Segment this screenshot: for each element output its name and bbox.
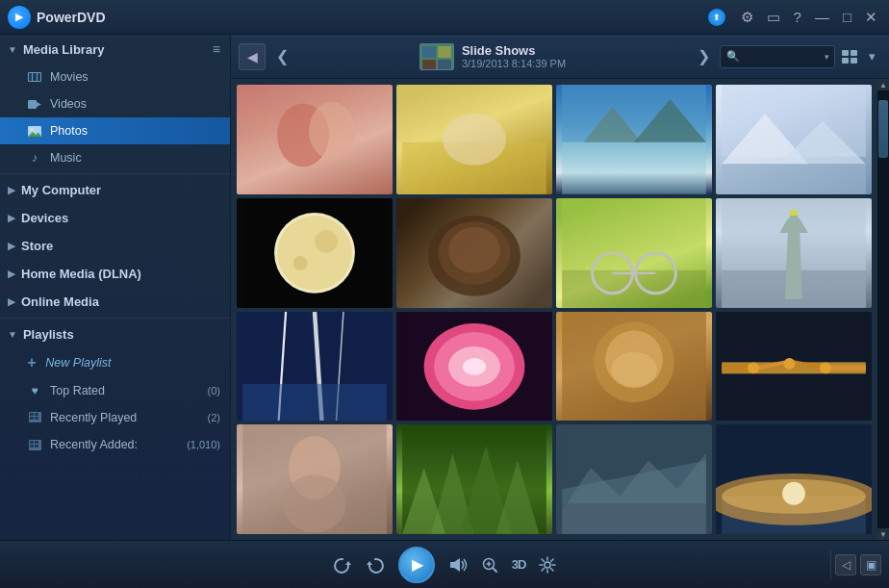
sidebar-item-movies[interactable]: Movies <box>0 64 230 90</box>
threed-button[interactable]: 3D <box>512 557 526 572</box>
svg-point-98 <box>782 482 805 505</box>
svg-point-72 <box>611 351 657 386</box>
separator <box>830 550 831 579</box>
svg-marker-99 <box>345 561 351 565</box>
photo-item-15[interactable] <box>716 424 872 534</box>
chevron-right-icon: ▶ <box>8 268 15 279</box>
chevron-down-icon: ▼ <box>8 329 17 340</box>
photo-item-8[interactable] <box>237 312 393 422</box>
photo-item-10[interactable] <box>556 312 712 422</box>
update-icon[interactable]: ⬆ <box>708 9 725 26</box>
photo-item-9[interactable] <box>396 312 552 422</box>
sidebar-item-music[interactable]: ♪ Music <box>0 144 230 171</box>
home-media-header[interactable]: ▶ Home Media (DLNA) <box>0 260 230 288</box>
main-layout: ▼ Media Library ≡ Movies Videos <box>0 35 889 540</box>
view-dropdown-icon[interactable]: ▾ <box>862 47 881 66</box>
sidebar: ▼ Media Library ≡ Movies Videos <box>0 35 231 540</box>
forward-button[interactable] <box>366 555 385 575</box>
help-icon[interactable]: ? <box>790 7 805 27</box>
photo-item-13[interactable] <box>396 424 552 534</box>
svg-point-106 <box>545 562 550 568</box>
slideshow-info: Slide Shows 3/19/2013 8:14:39 PM <box>298 43 687 70</box>
photo-item-4[interactable] <box>237 198 393 308</box>
search-input[interactable] <box>744 50 821 64</box>
svg-marker-58 <box>790 210 799 216</box>
next-button[interactable]: ❯ <box>693 46 714 67</box>
new-playlist-label: New Playlist <box>45 356 111 370</box>
grid-view-button[interactable] <box>841 47 860 66</box>
top-rated-label: Top Rated <box>50 384 105 397</box>
corner-button-2[interactable]: ▣ <box>860 554 881 575</box>
svg-rect-16 <box>35 441 38 444</box>
recently-played-label: Recently Played <box>50 411 137 424</box>
view-toggle: ▾ <box>841 47 881 66</box>
zoom-button[interactable] <box>481 556 498 574</box>
svg-rect-21 <box>438 46 451 58</box>
photo-item-1[interactable] <box>396 85 552 194</box>
screen-icon[interactable]: ▭ <box>763 7 784 28</box>
maximize-button[interactable]: □ <box>839 7 855 27</box>
svg-rect-23 <box>438 60 451 69</box>
photo-item-5[interactable] <box>396 198 552 308</box>
minimize-button[interactable]: — <box>811 7 833 27</box>
prev-button[interactable]: ❮ <box>271 46 292 67</box>
titlebar: ▶ PowerDVD ⬆ ⚙ ▭ ? — □ ✕ <box>0 0 889 35</box>
settings-icon[interactable]: ⚙ <box>737 7 757 28</box>
top-rated-count: (0) <box>208 385 220 396</box>
settings-button[interactable] <box>539 556 556 574</box>
close-button[interactable]: ✕ <box>861 7 881 28</box>
sidebar-item-photos[interactable]: Photos <box>0 117 230 144</box>
svg-point-81 <box>820 362 831 373</box>
movies-label: Movies <box>50 70 89 84</box>
sidebar-item-new-playlist[interactable]: + New Playlist <box>0 348 230 377</box>
photos-icon <box>27 123 42 139</box>
photo-item-11[interactable] <box>716 312 872 422</box>
photo-item-14[interactable] <box>556 424 712 534</box>
store-header[interactable]: ▶ Store <box>0 232 230 260</box>
media-library-section: ▼ Media Library ≡ Movies Videos <box>0 35 230 171</box>
photo-item-0[interactable] <box>237 85 393 194</box>
app-logo: ▶ <box>8 6 31 29</box>
chevron-right-icon: ▶ <box>8 241 15 251</box>
scroll-track[interactable] <box>877 90 889 528</box>
devices-header[interactable]: ▶ Devices <box>0 204 230 232</box>
photo-item-7[interactable] <box>716 198 872 308</box>
svg-rect-27 <box>851 58 857 64</box>
chevron-right-icon: ▶ <box>8 185 15 195</box>
scroll-down-arrow[interactable]: ▼ <box>877 528 889 540</box>
store-label: Store <box>21 239 53 253</box>
content-toolbar: ◀ ❮ Slide Shows 3/19/2013 8:14 <box>231 35 889 79</box>
search-dropdown-icon[interactable]: ▾ <box>825 52 829 62</box>
recently-added-count: (1,010) <box>187 439 220 450</box>
volume-button[interactable] <box>448 556 468 574</box>
svg-rect-40 <box>722 164 866 193</box>
photo-item-3[interactable] <box>716 85 872 194</box>
rewind-button[interactable] <box>333 555 352 575</box>
corner-button-1[interactable]: ◁ <box>835 554 856 575</box>
scroll-up-arrow[interactable]: ▲ <box>877 79 889 90</box>
scroll-thumb[interactable] <box>878 100 888 158</box>
online-media-header[interactable]: ▶ Online Media <box>0 288 230 316</box>
menu-icon[interactable]: ≡ <box>213 41 220 57</box>
my-computer-header[interactable]: ▶ My Computer <box>0 176 230 204</box>
svg-rect-22 <box>422 60 436 69</box>
music-label: Music <box>50 151 82 165</box>
svg-rect-26 <box>842 58 849 64</box>
photo-item-6[interactable] <box>556 198 712 308</box>
svg-rect-18 <box>35 445 38 447</box>
play-button[interactable]: ▶ <box>398 547 435 583</box>
media-library-header[interactable]: ▼ Media Library ≡ <box>0 35 230 64</box>
svg-point-43 <box>277 216 352 291</box>
sidebar-item-top-rated[interactable]: ♥ Top Rated (0) <box>0 377 230 404</box>
chevron-right-icon: ▶ <box>8 296 15 307</box>
back-button[interactable]: ◀ <box>239 43 266 70</box>
sidebar-item-recently-added[interactable]: Recently Added: (1,010) <box>0 431 230 458</box>
sidebar-item-videos[interactable]: Videos <box>0 90 230 117</box>
sidebar-item-recently-played[interactable]: Recently Played (2) <box>0 404 230 431</box>
playlists-header[interactable]: ▼ Playlists <box>0 320 230 348</box>
home-media-label: Home Media (DLNA) <box>21 267 141 281</box>
movies-icon <box>27 69 42 85</box>
photo-item-12[interactable] <box>237 424 393 534</box>
photo-item-2[interactable] <box>556 85 712 194</box>
bottom-right-controls: ◁ ▣ <box>830 550 881 579</box>
